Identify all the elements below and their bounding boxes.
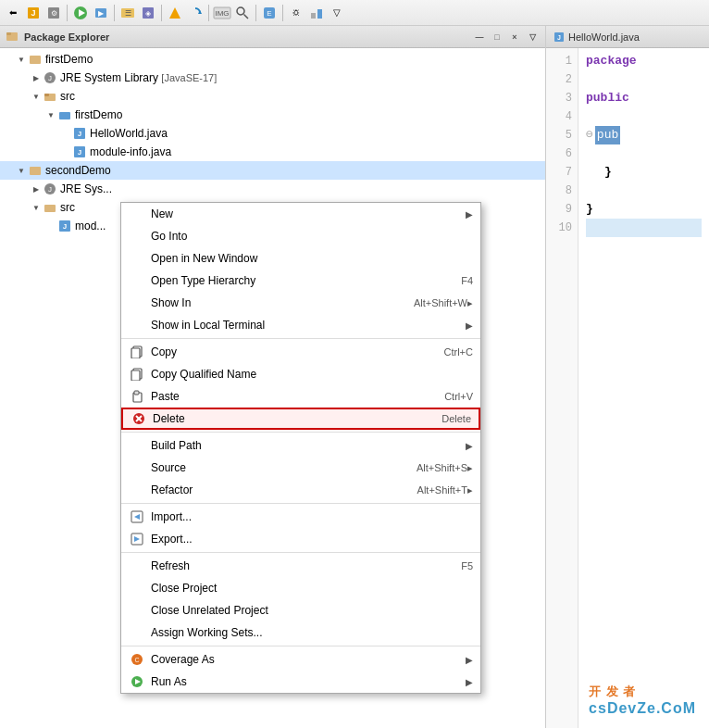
menu-item-go-into[interactable]: Go Into <box>121 225 480 247</box>
run-icon <box>129 673 145 690</box>
svg-line-17 <box>244 14 249 19</box>
menu-item-open-type-hierarchy[interactable]: Open Type Hierarchy F4 <box>121 270 480 292</box>
code-content[interactable]: package public ⊖ pub } } <box>578 48 709 728</box>
keyword-pub-highlight: pub <box>595 126 620 144</box>
project-icon <box>28 52 43 67</box>
menu-item-show-in[interactable]: Show In Alt+Shift+W▸ <box>121 292 480 314</box>
menu-item-refresh[interactable]: Refresh F5 <box>121 555 480 577</box>
line-num-5: 5 <box>546 126 572 144</box>
project-icon-2 <box>28 163 43 178</box>
maximize-icon[interactable]: □ <box>490 30 504 44</box>
tree-label-firstdemo-pkg: firstDemo <box>75 108 122 121</box>
menu-item-close-unrelated[interactable]: Close Unrelated Project <box>121 599 480 621</box>
menu-item-close-project[interactable]: Close Project <box>121 577 480 599</box>
toolbar-icon7[interactable]: IMG <box>213 4 231 22</box>
toolbar-icon11[interactable]: ▽ <box>328 4 346 22</box>
expand-arrow[interactable]: ▶ <box>30 71 43 84</box>
menu-item-export[interactable]: Export... <box>121 528 480 550</box>
svg-rect-45 <box>134 391 139 395</box>
library-icon: J <box>43 70 57 85</box>
menu-item-assign-working-sets[interactable]: Assign Working Sets... <box>121 621 480 644</box>
toolbar-icon8[interactable]: E <box>260 4 279 22</box>
menu-label-new: New <box>151 207 456 220</box>
menu-label-copy: Copy <box>151 345 426 358</box>
expand-arrow[interactable]: ▼ <box>30 201 43 214</box>
tree-item-jre2[interactable]: ▶ J JRE Sys... <box>0 180 545 198</box>
toolbar-separator-2 <box>114 5 115 21</box>
menu-item-delete[interactable]: Delete Delete <box>121 408 480 430</box>
closing-brace-7: } <box>586 163 612 182</box>
svg-text:⚙: ⚙ <box>51 9 57 18</box>
menu-label-refresh: Refresh <box>151 559 442 572</box>
minimize-icon[interactable]: — <box>472 30 487 44</box>
toolbar-icon10[interactable] <box>307 4 326 22</box>
src-icon-2 <box>43 200 57 215</box>
svg-text:▶: ▶ <box>98 9 105 18</box>
toolbar-icon2[interactable]: ⚙ <box>44 4 63 22</box>
tree-item-firstdemo-pkg[interactable]: ▼ firstDemo <box>0 106 545 124</box>
panel-title: Package Explorer <box>24 31 466 43</box>
toolbar-icon1[interactable]: J <box>24 4 43 22</box>
coverage-icon: C <box>129 651 145 668</box>
view-menu-icon[interactable]: ▽ <box>525 30 540 44</box>
panel-header: Package Explorer — □ × ▽ <box>0 26 545 48</box>
toolbar-back[interactable]: ⬅ <box>4 4 22 22</box>
menu-item-copy-qualified[interactable]: Copy Qualified Name <box>121 363 480 385</box>
toolbar-icon5[interactable]: ◈ <box>139 4 157 22</box>
toolbar-icon9[interactable]: ⛭ <box>287 4 305 22</box>
menu-item-refactor[interactable]: Refactor Alt+Shift+T▸ <box>121 479 480 501</box>
menu-label-open-type-hierarchy: Open Type Hierarchy <box>151 274 442 287</box>
menu-item-run-as[interactable]: Run As ▶ <box>121 671 480 693</box>
menu-item-new[interactable]: New ▶ <box>121 203 480 225</box>
toolbar-search[interactable] <box>233 4 252 22</box>
java-file-icon-2: J <box>72 144 87 159</box>
expand-arrow[interactable]: ▼ <box>15 164 28 177</box>
menu-item-paste[interactable]: Paste Ctrl+V <box>121 385 480 408</box>
expand-arrow[interactable]: ▼ <box>44 108 57 121</box>
separator-4 <box>121 552 480 553</box>
shortcut-f4: F4 <box>461 275 473 286</box>
menu-item-show-in-local[interactable]: Show in Local Terminal ▶ <box>121 314 480 336</box>
toolbar-icon4[interactable]: ☰ <box>118 4 137 22</box>
menu-item-import[interactable]: Import... <box>121 506 480 528</box>
close-icon[interactable]: × <box>507 30 522 44</box>
svg-text:J: J <box>557 34 561 41</box>
tree-label-mod2: mod... <box>75 220 106 232</box>
svg-text:J: J <box>48 185 52 194</box>
import-icon <box>129 508 145 525</box>
editor-tab[interactable]: J HelloWorld.java <box>546 26 709 48</box>
toolbar-icon3[interactable]: ▶ <box>92 4 110 22</box>
menu-item-build-path[interactable]: Build Path ▶ <box>121 434 480 457</box>
tree-label-seconddemo: secondDemo <box>45 164 111 177</box>
tree-item-moduleinfo[interactable]: J module-info.java <box>0 143 545 161</box>
svg-rect-43 <box>131 370 140 381</box>
toolbar-run[interactable] <box>71 4 90 22</box>
copy-icon <box>129 344 145 360</box>
tree-item-firstdemo[interactable]: ▼ firstDemo <box>0 50 545 69</box>
submenu-arrow-coverage: ▶ <box>466 655 473 665</box>
menu-item-copy[interactable]: Copy Ctrl+C <box>121 341 480 363</box>
tree-item-helloworld[interactable]: J HelloWorld.java <box>0 124 545 143</box>
submenu-arrow-local: ▶ <box>466 320 473 331</box>
toolbar-refresh[interactable] <box>186 4 205 22</box>
code-editor-panel: J HelloWorld.java 1 2 3 4 5 6 7 8 9 10 p… <box>546 26 709 728</box>
svg-point-16 <box>237 7 244 15</box>
tree-item-seconddemo[interactable]: ▼ secondDemo <box>0 161 545 180</box>
expand-arrow[interactable]: ▶ <box>30 182 43 195</box>
src-icon <box>43 89 57 104</box>
menu-item-coverage-as[interactable]: C Coverage As ▶ <box>121 648 480 671</box>
svg-marker-12 <box>169 7 180 19</box>
expand-arrow[interactable]: ▼ <box>30 90 43 103</box>
tree-label-helloworld: HelloWorld.java <box>90 127 168 140</box>
no-arrow <box>59 145 72 158</box>
tree-label-src: src <box>60 90 75 103</box>
closing-brace-9: } <box>586 200 593 219</box>
tree-item-jre[interactable]: ▶ J JRE System Library [JavaSE-17] <box>0 69 545 87</box>
menu-item-open-new-window[interactable]: Open in New Window <box>121 247 480 270</box>
expand-arrow[interactable]: ▼ <box>15 53 28 66</box>
toolbar-icon6[interactable] <box>166 4 184 22</box>
main-layout: Package Explorer — □ × ▽ ▼ firstDemo <box>0 26 709 728</box>
menu-item-source[interactable]: Source Alt+Shift+S▸ <box>121 457 480 479</box>
toolbar-separator-4 <box>208 5 209 21</box>
tree-item-src[interactable]: ▼ src <box>0 87 545 106</box>
